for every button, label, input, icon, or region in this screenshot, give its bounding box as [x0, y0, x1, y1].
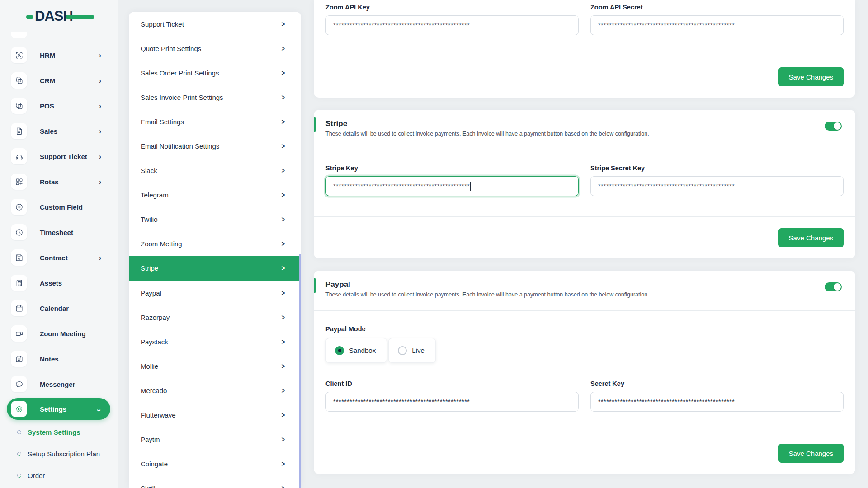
settings-nav-item-mercado[interactable]: Mercado > [129, 378, 301, 403]
submenu-item-system-settings[interactable]: System Settings [0, 421, 118, 443]
sidebar-item-messenger[interactable]: Messenger [0, 371, 118, 397]
field-label: Stripe Key [326, 164, 579, 172]
sidebar-item-hrm[interactable]: HRM › [0, 42, 118, 68]
sidebar-item-assets[interactable]: Assets [0, 270, 118, 296]
chevron-right-icon: › [99, 152, 101, 160]
sidebar-item-pos[interactable]: POS › [0, 93, 118, 118]
save-changes-button[interactable]: Save Changes [778, 228, 844, 247]
sidebar-item-rotas[interactable]: Rotas › [0, 169, 118, 194]
settings-nav-item-support-ticket[interactable]: Support Ticket > [129, 12, 301, 36]
settings-nav-item-label: Paystack [141, 338, 168, 346]
submenu-bullet-icon [16, 451, 22, 457]
settings-nav-item-slack[interactable]: Slack > [129, 159, 301, 183]
chevron-right-icon: › [99, 51, 101, 59]
submenu-item-label: System Settings [28, 428, 80, 436]
stripe-secret-key-input[interactable]: ****************************************… [590, 176, 844, 196]
field-label: Stripe Secret Key [590, 164, 844, 172]
save-changes-button[interactable]: Save Changes [778, 444, 844, 463]
sidebar-item-crm[interactable]: CRM › [0, 68, 118, 93]
sidebar-item-notes[interactable]: Notes [0, 346, 118, 371]
chevron-right-icon: > [281, 44, 285, 52]
paypal-mode-live[interactable]: Live [388, 338, 436, 363]
chevron-right-icon: > [281, 264, 285, 272]
zoom-api-secret-input[interactable]: ****************************************… [590, 15, 844, 35]
chevron-right-icon: > [281, 216, 285, 224]
settings-nav-item-label: Zoom Metting [141, 240, 182, 248]
settings-nav-item-paystack[interactable]: Paystack > [129, 329, 301, 354]
paypal-client-id-input[interactable]: ****************************************… [326, 392, 579, 412]
radio-checked-icon[interactable] [335, 346, 344, 355]
paypal-mode-sandbox[interactable]: Sandbox [326, 338, 387, 363]
zoom-settings-card: Zoom API Key ***************************… [314, 0, 855, 98]
stripe-enabled-toggle[interactable] [825, 122, 842, 131]
settings-nav-item-sales-order-print-settings[interactable]: Sales Order Print Settings > [129, 61, 301, 85]
field-label: Secret Key [590, 380, 844, 387]
stripe-key-input[interactable]: ****************************************… [326, 176, 579, 196]
sidebar-item-calendar[interactable]: Calendar [0, 296, 118, 321]
submenu-item-setup-subscription-plan[interactable]: Setup Subscription Plan [0, 443, 118, 465]
settings-nav-item-label: Coingate [141, 460, 168, 468]
sidebar-item-label: Notes [40, 355, 59, 363]
chevron-right-icon: › [99, 76, 101, 84]
radio-label: Live [412, 347, 425, 354]
masked-value: ****************************************… [333, 398, 470, 405]
masked-value: ****************************************… [598, 398, 735, 405]
chevron-right-icon: > [281, 167, 285, 175]
settings-nav-item-coingate[interactable]: Coingate > [129, 452, 301, 476]
sidebar-item-timesheet[interactable]: Timesheet [0, 220, 118, 245]
paypal-enabled-toggle[interactable] [825, 282, 842, 291]
settings-nav-item-paytm[interactable]: Paytm > [129, 427, 301, 452]
settings-nav-item-label: Skrill [141, 484, 156, 488]
settings-nav-item-label: Quote Print Settings [141, 45, 201, 52]
masked-value: ****************************************… [598, 22, 735, 29]
settings-nav-item-sales-invoice-print-settings[interactable]: Sales Invoice Print Settings > [129, 85, 301, 109]
radio-unchecked-icon[interactable] [398, 346, 407, 355]
settings-nav-item-razorpay[interactable]: Razorpay > [129, 305, 301, 329]
submenu-item-label: Order [28, 472, 45, 479]
sidebar-item-label: HRM [40, 52, 55, 59]
settings-nav-item-flutterwave[interactable]: Flutterwave > [129, 403, 301, 427]
save-changes-button[interactable]: Save Changes [778, 67, 844, 86]
radio-label: Sandbox [349, 347, 376, 354]
chevron-right-icon: › [99, 102, 101, 110]
chat-icon [11, 376, 27, 392]
paypal-secret-key-input[interactable]: ****************************************… [590, 392, 844, 412]
sidebar-item-custom-field[interactable]: Custom Field [0, 194, 118, 220]
zoom-api-key-input[interactable]: ****************************************… [326, 15, 579, 35]
settings-nav-item-email-notification-settings[interactable]: Email Notification Settings > [129, 134, 301, 158]
settings-nav-item-label: Paytm [141, 436, 160, 443]
card-accent-bar [314, 117, 316, 132]
app-logo[interactable]: DASH [26, 7, 73, 25]
clipped-menu-icon [11, 32, 27, 38]
masked-value: ****************************************… [333, 22, 470, 29]
paypal-mode-options: Sandbox Live [326, 338, 844, 363]
sidebar-item-label: Rotas [40, 178, 59, 186]
settings-submenu: System Settings Setup Subscription Plan … [0, 421, 118, 486]
settings-nav-item-mollie[interactable]: Mollie > [129, 354, 301, 378]
settings-nav-item-label: Email Settings [141, 118, 184, 126]
settings-nav-item-quote-print-settings[interactable]: Quote Print Settings > [129, 36, 301, 61]
settings-nav-item-email-settings[interactable]: Email Settings > [129, 109, 301, 134]
sidebar-item-contract[interactable]: Contract › [0, 245, 118, 270]
sidebar-item-sales[interactable]: Sales › [0, 118, 118, 144]
sidebar-item-zoom-meeting[interactable]: Zoom Meeting [0, 321, 118, 346]
settings-nav-item-paypal[interactable]: Paypal > [129, 281, 301, 305]
settings-nav-item-twilio[interactable]: Twilio > [129, 207, 301, 232]
chevron-right-icon: > [281, 69, 285, 77]
submenu-item-order[interactable]: Order [0, 465, 118, 486]
sidebar-item-support-ticket[interactable]: Support Ticket › [0, 144, 118, 169]
sidebar-item-settings[interactable]: Settings ⌄ [7, 398, 110, 420]
settings-nav-item-telegram[interactable]: Telegram > [129, 183, 301, 207]
scrollbar-thumb[interactable] [299, 254, 301, 488]
video-icon [11, 325, 27, 342]
chevron-right-icon: > [281, 240, 285, 248]
settings-nav-item-skrill[interactable]: Skrill > [129, 476, 301, 488]
settings-nav-item-label: Telegram [141, 191, 169, 199]
chevron-right-icon: › [99, 253, 101, 262]
settings-nav-item-label: Sales Order Print Settings [141, 69, 219, 77]
main-content: Zoom API Key ***************************… [314, 0, 855, 486]
sidebar-item-label: Messenger [40, 380, 75, 388]
settings-nav-item-stripe[interactable]: Stripe > [129, 256, 301, 281]
settings-nav-item-zoom-metting[interactable]: Zoom Metting > [129, 232, 301, 256]
settings-nav-panel: Support Ticket > Quote Print Settings > … [129, 12, 301, 488]
